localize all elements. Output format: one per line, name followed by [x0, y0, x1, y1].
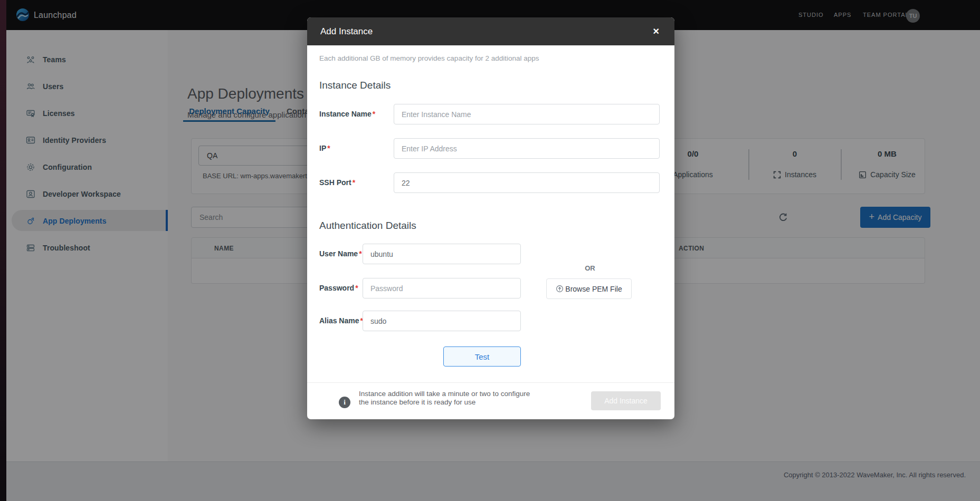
modal-title: Add Instance — [320, 26, 373, 37]
browse-pem-label: Browse PEM File — [565, 285, 622, 293]
note-line-1: Instance addition will take a minute or … — [359, 390, 530, 398]
user-name-input[interactable] — [363, 244, 521, 264]
required-asterisk: * — [327, 144, 330, 152]
ssh-port-input[interactable] — [394, 172, 660, 193]
add-instance-modal: Add Instance ✕ Each additional GB of mem… — [307, 17, 674, 419]
instance-name-label: Instance Name* — [319, 110, 375, 118]
modal-description: Each additional GB of memory provides ca… — [319, 54, 539, 62]
user-name-label: User Name* — [319, 249, 362, 258]
password-label: Password* — [319, 284, 358, 292]
info-icon: i — [339, 397, 350, 408]
ip-label: IP* — [319, 144, 330, 152]
add-instance-submit-button[interactable]: Add Instance — [591, 391, 661, 410]
alias-name-label: Alias Name* — [319, 316, 363, 325]
upload-icon — [556, 285, 564, 293]
required-asterisk: * — [359, 249, 361, 258]
ip-input[interactable] — [394, 138, 660, 159]
required-asterisk: * — [373, 110, 375, 118]
password-input[interactable] — [363, 278, 521, 298]
modal-footer-divider — [307, 382, 674, 383]
note-line-2: the instance before it is ready for use — [359, 398, 530, 407]
or-separator-label: OR — [569, 264, 611, 272]
ssh-port-label: SSH Port* — [319, 178, 355, 187]
instance-name-input[interactable] — [394, 104, 660, 124]
close-icon[interactable]: ✕ — [653, 27, 660, 36]
modal-header: Add Instance ✕ — [307, 17, 674, 45]
test-button[interactable]: Test — [443, 346, 521, 367]
section-authentication-details: Authentication Details — [319, 220, 416, 232]
required-asterisk: * — [353, 178, 355, 187]
alias-name-input[interactable] — [363, 311, 521, 331]
required-asterisk: * — [355, 284, 358, 292]
browse-pem-file-button[interactable]: Browse PEM File — [546, 278, 632, 299]
modal-footer-note: Instance addition will take a minute or … — [359, 390, 530, 407]
test-button-label: Test — [475, 352, 490, 361]
section-instance-details: Instance Details — [319, 80, 391, 91]
